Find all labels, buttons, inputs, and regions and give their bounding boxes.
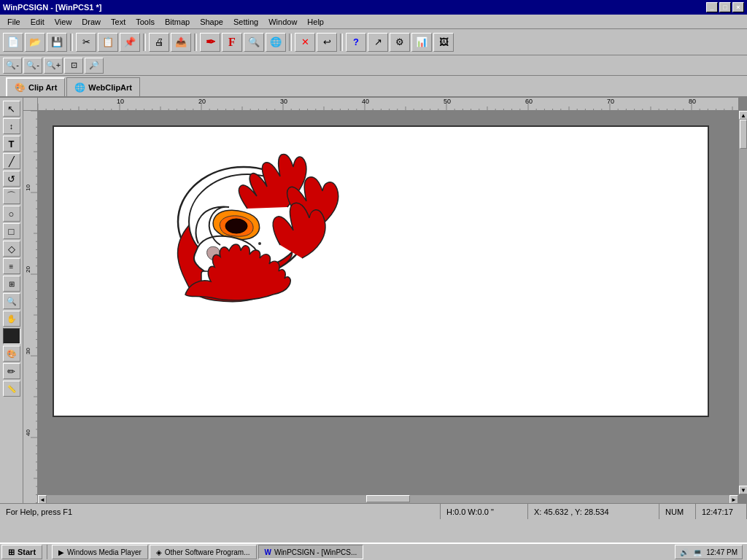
- pan-tool[interactable]: ✋: [3, 311, 20, 327]
- zoom-window-button[interactable]: 🔎: [85, 58, 104, 74]
- media-player-label: Windows Media Player: [67, 548, 142, 556]
- ruler-left: [23, 111, 38, 503]
- color-tool[interactable]: 🎨: [3, 346, 20, 362]
- tab-webclipart[interactable]: 🌐 WebClipArt: [66, 77, 140, 96]
- separator: [70, 34, 73, 51]
- taskbar-media-player[interactable]: ▶ Windows Media Player: [52, 545, 148, 559]
- title-text: WinPCSIGN - [WinPCS1 *]: [3, 3, 101, 12]
- web-button[interactable]: 🌐: [266, 33, 286, 52]
- dimensions-display: H:0.0 W:0.0 ": [441, 504, 528, 519]
- fill-tool[interactable]: [3, 328, 20, 344]
- winpcsign-label: WinPCSIGN - [WinPCS...: [274, 548, 357, 556]
- grid-tool[interactable]: ⊞: [3, 276, 20, 292]
- menu-file[interactable]: File: [3, 16, 25, 28]
- left-toolbar: ↖ ↕ T ╱ ↺ ⌒ ○ □ ◇ ≡ ⊞ 🔍 ✋ 🎨 ✏ 📏: [0, 98, 23, 503]
- new-button[interactable]: 📄: [3, 33, 23, 52]
- separator: [340, 34, 343, 51]
- tab-bar: 🎨 Clip Art 🌐 WebClipArt: [0, 76, 747, 98]
- start-button[interactable]: ⊞ Start: [1, 545, 42, 559]
- start-label: Start: [18, 548, 36, 556]
- zoom-out-all-button[interactable]: 🔍-: [3, 58, 22, 74]
- other-software-label: Other Software Program...: [165, 548, 250, 556]
- menu-setting[interactable]: Setting: [229, 16, 263, 28]
- rectangle-tool[interactable]: □: [3, 223, 20, 239]
- scroll-track-horizontal[interactable]: [47, 495, 729, 503]
- tab-clipart-label: Clip Art: [28, 83, 57, 92]
- menu-edit[interactable]: Edit: [26, 16, 49, 28]
- curve-tool[interactable]: ⌒: [3, 188, 20, 204]
- network-icon: 💻: [693, 548, 702, 556]
- menu-tools[interactable]: Tools: [131, 16, 159, 28]
- zoom-out-button[interactable]: 🔍-: [23, 58, 42, 74]
- title-bar-buttons: _ □ ×: [706, 2, 744, 12]
- polygon-tool[interactable]: ◇: [3, 241, 20, 257]
- volume-icon: 🔊: [680, 548, 689, 556]
- text-tool[interactable]: T: [3, 136, 20, 152]
- delete-button[interactable]: ✕: [295, 33, 315, 52]
- maximize-button[interactable]: □: [719, 2, 731, 12]
- rotate-tool[interactable]: ↺: [3, 171, 20, 187]
- drawing-area[interactable]: [53, 125, 709, 417]
- pencil-tool[interactable]: ✏: [3, 363, 20, 379]
- settings-button[interactable]: ⚙: [390, 33, 410, 52]
- save-button[interactable]: 💾: [47, 33, 67, 52]
- print-button[interactable]: 🖨: [149, 33, 169, 52]
- scroll-track-vertical[interactable]: [739, 120, 747, 486]
- menu-help[interactable]: Help: [303, 16, 328, 28]
- time-display: 12:47:17: [696, 504, 747, 519]
- scroll-thumb-vertical[interactable]: [740, 120, 747, 149]
- svg-point-2: [225, 219, 247, 233]
- menu-shape[interactable]: Shape: [196, 16, 228, 28]
- system-tray: 🔊 💻 12:47 PM: [675, 545, 743, 559]
- menu-text[interactable]: Text: [107, 16, 130, 28]
- find-button[interactable]: 🔍: [244, 33, 264, 52]
- canvas-area[interactable]: ▲ ▼ ◄ ►: [23, 98, 747, 503]
- export-button[interactable]: 📤: [171, 33, 191, 52]
- scrollbar-bottom[interactable]: ◄ ►: [38, 494, 738, 503]
- line-tool[interactable]: ╱: [3, 153, 20, 169]
- fit-page-button[interactable]: ⊡: [64, 58, 83, 74]
- open-button[interactable]: 📂: [25, 33, 45, 52]
- pointer-button[interactable]: ↗: [368, 33, 388, 52]
- chart-button[interactable]: 📊: [411, 33, 432, 52]
- zoom-in-button[interactable]: 🔍+: [44, 58, 63, 74]
- scroll-up-button[interactable]: ▲: [739, 111, 747, 120]
- taskbar: ⊞ Start ▶ Windows Media Player ◈ Other S…: [0, 542, 747, 560]
- scrollbar-right[interactable]: ▲ ▼: [738, 111, 747, 494]
- select-tool[interactable]: ↖: [3, 101, 20, 117]
- undo-button[interactable]: ↩: [317, 33, 337, 52]
- measure-tool[interactable]: 📏: [3, 381, 20, 397]
- horizontal-ruler: [38, 98, 738, 111]
- move-tool[interactable]: ↕: [3, 118, 20, 134]
- ellipse-tool[interactable]: ○: [3, 206, 20, 222]
- canvas-white[interactable]: [38, 111, 738, 494]
- draw-button[interactable]: ✒: [200, 33, 220, 52]
- taskbar-other-software[interactable]: ◈ Other Software Program...: [150, 545, 257, 559]
- toolbar-zoom: 🔍- 🔍- 🔍+ ⊡ 🔎: [0, 55, 747, 76]
- status-bar: For Help, press F1 H:0.0 W:0.0 " X: 45.6…: [0, 503, 747, 519]
- minimize-button[interactable]: _: [706, 2, 718, 12]
- tab-webclipart-label: WebClipArt: [88, 83, 132, 92]
- zoom-tool[interactable]: 🔍: [3, 293, 20, 309]
- other-software-icon: ◈: [156, 548, 162, 556]
- tab-clipart[interactable]: 🎨 Clip Art: [6, 77, 65, 96]
- menu-window[interactable]: Window: [264, 16, 301, 28]
- menu-bitmap[interactable]: Bitmap: [160, 16, 194, 28]
- menu-draw[interactable]: Draw: [77, 16, 105, 28]
- help-button[interactable]: ?: [346, 33, 366, 52]
- align-tool[interactable]: ≡: [3, 258, 20, 274]
- media-player-icon: ▶: [58, 548, 64, 556]
- clock: 12:47 PM: [706, 548, 738, 556]
- cut-button[interactable]: ✂: [76, 33, 96, 52]
- paste-button[interactable]: 📌: [120, 33, 140, 52]
- scroll-down-button[interactable]: ▼: [739, 486, 747, 494]
- scroll-left-button[interactable]: ◄: [38, 495, 47, 503]
- copy-button[interactable]: 📋: [98, 33, 118, 52]
- image-button[interactable]: 🖼: [433, 33, 454, 52]
- scroll-thumb-horizontal[interactable]: [366, 495, 410, 502]
- menu-view[interactable]: View: [50, 16, 77, 28]
- scroll-right-button[interactable]: ►: [729, 495, 738, 503]
- taskbar-winpcsign[interactable]: W WinPCSIGN - [WinPCS...: [258, 545, 364, 559]
- font-button[interactable]: F: [222, 33, 242, 52]
- close-button[interactable]: ×: [732, 2, 744, 12]
